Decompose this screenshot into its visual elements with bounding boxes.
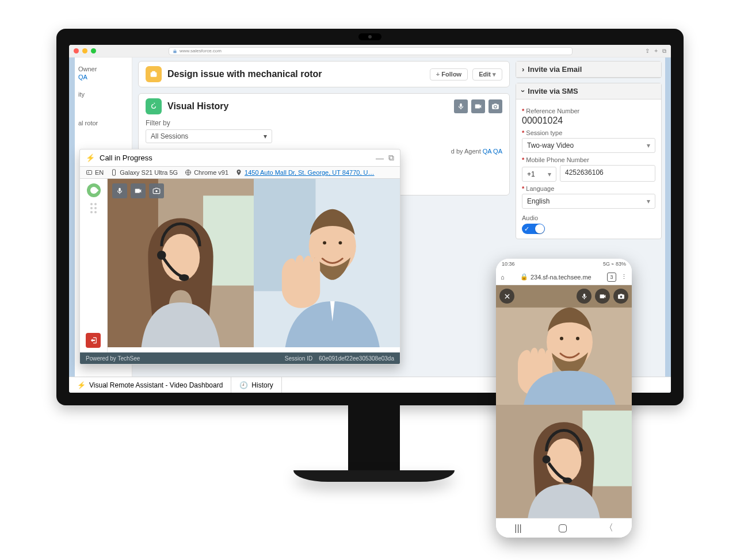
phone-icon xyxy=(110,169,117,176)
phone-recent-icon[interactable]: ||| xyxy=(514,523,521,534)
svg-point-29 xyxy=(563,477,572,483)
agent-link[interactable]: QA QA xyxy=(483,148,502,155)
globe-icon xyxy=(185,169,192,176)
reference-number-label: Reference Number xyxy=(522,108,655,114)
bolt-icon: ⚡ xyxy=(77,381,86,389)
mic-icon[interactable] xyxy=(112,183,127,198)
browser-url-text: www.salesforce.com xyxy=(180,48,222,53)
camera-icon[interactable] xyxy=(613,289,628,304)
traffic-max[interactable] xyxy=(91,48,96,53)
invite-email-title: Invite via Email xyxy=(528,65,582,74)
phone-agent-video xyxy=(496,405,632,518)
chevron-down-icon: ▾ xyxy=(264,132,267,140)
svg-point-24 xyxy=(576,337,579,340)
tab-video-dashboard[interactable]: ⚡ Visual Remote Assistant - Video Dashbo… xyxy=(69,377,231,393)
tab-history[interactable]: 🕘 History xyxy=(231,377,281,393)
language-select[interactable]: English ▾ xyxy=(522,194,655,209)
phone-time: 10:36 xyxy=(502,261,515,267)
invite-email-card: › Invite via Email xyxy=(516,61,662,78)
video-call-panel: ⚡ Call in Progress — ⧉ A EN Galaxy S21 U… xyxy=(79,149,400,365)
minimize-icon[interactable]: — xyxy=(376,154,384,163)
priority-label-fragment: ity xyxy=(78,91,128,98)
session-type-value: Two-way Video xyxy=(527,141,574,149)
webcam-notch xyxy=(358,33,381,40)
toggle-knob xyxy=(535,224,544,233)
map-pin-icon xyxy=(235,169,242,176)
video-icon[interactable] xyxy=(131,183,146,198)
close-icon[interactable] xyxy=(499,289,514,304)
visual-history-icon xyxy=(146,98,162,114)
svg-text:A: A xyxy=(87,171,90,174)
lang-chip[interactable]: A EN xyxy=(86,169,104,176)
owner-value[interactable]: QA xyxy=(78,74,128,80)
country-code-select[interactable]: +1 ▾ xyxy=(522,167,556,182)
location-chip[interactable]: 1450 Auto Mall Dr, St. George, UT 84770,… xyxy=(235,169,374,176)
home-icon[interactable]: ⌂ xyxy=(501,274,505,281)
svg-point-11 xyxy=(162,234,200,281)
video-icon[interactable] xyxy=(595,289,610,304)
phone-video-area xyxy=(496,285,632,518)
traffic-close[interactable] xyxy=(74,48,79,53)
invite-sms-card: › Invite via SMS Reference Number 000010… xyxy=(516,83,662,239)
phone-tabs-count[interactable]: 3 xyxy=(607,273,616,282)
phone-number-input[interactable]: 4252636106 xyxy=(560,165,655,182)
tab-video-dashboard-label: Visual Remote Assistant - Video Dashboar… xyxy=(89,381,223,389)
vh-mic-icon[interactable] xyxy=(454,99,468,113)
reference-number-value: 00001024 xyxy=(522,116,655,126)
phone-url-bar[interactable]: ⌂ 🔒 234.sf-na.techsee.me 3 ⋮ xyxy=(496,269,632,285)
mic-icon[interactable] xyxy=(577,289,591,304)
tabs-icon[interactable]: ⧉ xyxy=(662,48,666,55)
camera-icon[interactable] xyxy=(149,183,164,198)
vh-camera-icon[interactable] xyxy=(489,99,502,113)
svg-point-18 xyxy=(339,241,342,244)
created-by-prefix: d by Agent xyxy=(451,148,483,155)
powered-by: Powered by TechSee xyxy=(86,355,140,362)
share-icon[interactable]: ⇪ xyxy=(645,48,650,55)
more-icon[interactable]: ⋮ xyxy=(621,273,627,281)
invite-sms-header[interactable]: › Invite via SMS xyxy=(516,83,661,99)
phone-status-bar: 10:36 5G ⌁ 83% xyxy=(496,259,632,269)
invite-email-header[interactable]: › Invite via Email xyxy=(516,62,661,78)
filter-by-label: Filter by xyxy=(146,119,502,127)
svg-rect-0 xyxy=(151,72,157,77)
browser-value: Chrome v91 xyxy=(194,169,228,176)
invite-sms-title: Invite via SMS xyxy=(528,87,578,95)
video-footer: Powered by TechSee Session ID 60e091def2… xyxy=(80,352,400,364)
customer-illustration xyxy=(254,179,400,347)
svg-point-2 xyxy=(494,106,497,108)
audio-toggle[interactable]: ✓ xyxy=(522,224,545,234)
svg-point-7 xyxy=(155,190,158,193)
language-value: English xyxy=(527,197,549,205)
video-panel-meta: A EN Galaxy S21 Ultra 5G Chrome v91 1450… xyxy=(80,167,400,179)
vh-video-icon[interactable] xyxy=(471,99,485,113)
rotor-label-fragment: al rotor xyxy=(78,120,128,126)
app-grid-icon[interactable] xyxy=(90,203,97,213)
leaf-icon[interactable] xyxy=(87,183,101,197)
address-link[interactable]: 1450 Auto Mall Dr, St. George, UT 84770,… xyxy=(245,169,374,176)
case-icon xyxy=(146,66,162,82)
traffic-min[interactable] xyxy=(82,48,87,53)
filter-by-value: All Sessions xyxy=(151,132,188,140)
phone-mockup: 10:36 5G ⌁ 83% ⌂ 🔒 234.sf-na.techsee.me … xyxy=(496,259,632,538)
popout-icon[interactable]: ⧉ xyxy=(388,153,394,163)
end-call-button[interactable] xyxy=(86,333,101,348)
phone-nav-bar: ||| 〈 xyxy=(496,518,632,538)
session-type-select[interactable]: Two-way Video ▾ xyxy=(522,138,655,153)
right-gutter xyxy=(665,57,671,393)
invite-sms-body: Reference Number 00001024 Session type T… xyxy=(516,99,661,239)
lock-icon xyxy=(173,49,177,53)
phone-url-text: 234.sf-na.techsee.me xyxy=(531,274,591,281)
phone-back-icon[interactable]: 〈 xyxy=(604,522,613,534)
add-icon[interactable]: + xyxy=(654,48,658,55)
svg-point-17 xyxy=(323,241,326,244)
svg-point-27 xyxy=(547,438,582,482)
phone-home-icon[interactable] xyxy=(559,524,567,532)
call-in-progress-title: Call in Progress xyxy=(100,154,152,162)
language-label: Language xyxy=(522,185,655,192)
session-id-label: Session ID xyxy=(285,355,312,362)
edit-button[interactable]: Edit xyxy=(472,68,502,80)
browser-url-bar[interactable]: www.salesforce.com xyxy=(169,47,573,55)
follow-button[interactable]: Follow xyxy=(430,68,468,80)
svg-point-23 xyxy=(560,337,563,340)
filter-by-select[interactable]: All Sessions ▾ xyxy=(146,129,272,143)
